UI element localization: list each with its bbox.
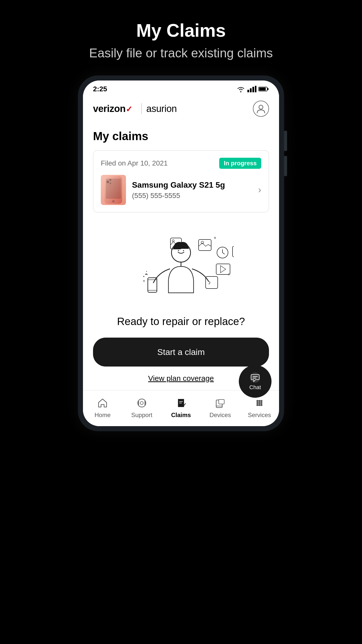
svg-point-39 — [250, 373, 260, 383]
start-claim-button[interactable]: Start a claim — [93, 338, 269, 367]
page-title: My Claims — [78, 20, 284, 41]
svg-marker-32 — [220, 266, 226, 273]
svg-rect-47 — [219, 399, 224, 404]
svg-point-56 — [258, 404, 260, 406]
svg-point-43 — [140, 401, 143, 405]
svg-text:+: + — [143, 279, 145, 283]
ready-text: Ready to repair or replace? — [117, 315, 245, 328]
svg-point-38 — [172, 240, 174, 242]
volume-up-button — [284, 131, 287, 151]
svg-point-51 — [260, 400, 262, 402]
nav-item-home[interactable]: Home — [90, 396, 115, 419]
nav-label-devices: Devices — [209, 412, 231, 419]
chat-icon — [250, 372, 261, 383]
chat-fab-button[interactable]: Chat — [239, 365, 272, 398]
nav-item-claims[interactable]: Claims — [168, 396, 194, 419]
home-icon — [96, 396, 109, 410]
nav-label-claims: Claims — [171, 412, 191, 419]
svg-point-16 — [183, 250, 184, 251]
signal-icon — [247, 86, 256, 92]
svg-point-22 — [146, 271, 147, 272]
status-icons — [236, 86, 269, 93]
svg-point-21 — [143, 276, 144, 277]
page-header: My Claims Easily file or track existing … — [78, 20, 284, 60]
svg-point-10 — [112, 200, 115, 203]
chevron-right-icon: › — [258, 185, 261, 195]
svg-point-49 — [256, 400, 258, 402]
svg-rect-2 — [252, 87, 254, 92]
content-area: My claims Filed on Apr 10, 2021 In progr… — [83, 122, 279, 390]
battery-icon — [258, 86, 269, 92]
phone-frame: 2:25 — [78, 75, 284, 431]
nav-item-support[interactable]: Support — [129, 396, 154, 419]
device-illustration — [101, 175, 126, 205]
asurion-logo: asurion — [146, 103, 177, 114]
svg-text:+: + — [214, 235, 216, 240]
wifi-icon — [236, 86, 245, 93]
svg-text:♪: ♪ — [208, 279, 211, 286]
repair-illustration: + ♪ — [128, 222, 234, 308]
svg-point-15 — [178, 250, 179, 251]
svg-rect-3 — [255, 86, 256, 92]
nav-label-home: Home — [95, 412, 111, 419]
svg-rect-0 — [247, 90, 249, 92]
status-bar: 2:25 — [83, 80, 279, 96]
section-title: My claims — [93, 129, 269, 143]
svg-point-42 — [138, 399, 146, 407]
device-info: Samsung Galaxy S21 5g (555) 555-5555 — [132, 180, 252, 200]
illustration-section: + ♪ — [93, 212, 269, 390]
claim-device-row: Samsung Galaxy S21 5g (555) 555-5555 › — [101, 175, 261, 205]
claim-card[interactable]: Filed on Apr 10, 2021 In progress — [93, 150, 269, 212]
svg-point-57 — [260, 404, 262, 406]
claim-card-header: Filed on Apr 10, 2021 In progress — [101, 158, 261, 169]
svg-point-54 — [260, 402, 262, 404]
svg-point-52 — [256, 402, 258, 404]
phone-screen: 2:25 — [83, 80, 279, 426]
svg-text:+: + — [228, 272, 230, 277]
page-container: My Claims Easily file or track existing … — [78, 20, 284, 431]
page-subtitle: Easily file or track existing claims — [78, 46, 284, 60]
svg-point-7 — [259, 105, 263, 109]
user-profile-button[interactable] — [253, 101, 269, 117]
illustration-container: + ♪ — [128, 222, 234, 308]
logo-container: verizon✓ asurion — [93, 103, 177, 114]
device-name: Samsung Galaxy S21 5g — [132, 180, 252, 190]
nav-item-services[interactable]: Services — [247, 396, 272, 419]
nav-label-support: Support — [131, 412, 152, 419]
app-header: verizon✓ asurion — [83, 96, 279, 122]
svg-rect-6 — [267, 88, 268, 90]
chat-fab-label: Chat — [249, 384, 261, 391]
devices-icon — [214, 396, 227, 410]
nav-item-devices[interactable]: Devices — [208, 396, 233, 419]
volume-down-button — [284, 156, 287, 176]
verizon-logo: verizon✓ — [93, 103, 137, 114]
svg-point-50 — [258, 400, 260, 402]
svg-point-30 — [201, 241, 204, 244]
device-image — [101, 175, 126, 205]
status-badge: In progress — [219, 158, 261, 169]
svg-point-53 — [258, 402, 260, 404]
nav-label-services: Services — [248, 412, 271, 419]
status-time: 2:25 — [93, 85, 107, 93]
logo-divider — [141, 103, 142, 114]
svg-line-28 — [222, 253, 224, 254]
services-icon — [253, 396, 266, 410]
support-icon — [135, 396, 148, 410]
view-coverage-link[interactable]: View plan coverage — [148, 374, 214, 383]
svg-point-55 — [256, 404, 258, 406]
filed-date: Filed on Apr 10, 2021 — [101, 159, 168, 167]
svg-point-12 — [109, 179, 111, 181]
svg-rect-24 — [206, 276, 218, 289]
device-phone-number: (555) 555-5555 — [132, 192, 252, 200]
svg-point-11 — [107, 181, 109, 183]
svg-rect-1 — [250, 88, 252, 92]
svg-point-13 — [110, 183, 111, 184]
claims-icon — [174, 396, 188, 410]
user-icon — [256, 104, 266, 113]
svg-rect-35 — [233, 246, 234, 257]
svg-rect-5 — [259, 88, 266, 91]
